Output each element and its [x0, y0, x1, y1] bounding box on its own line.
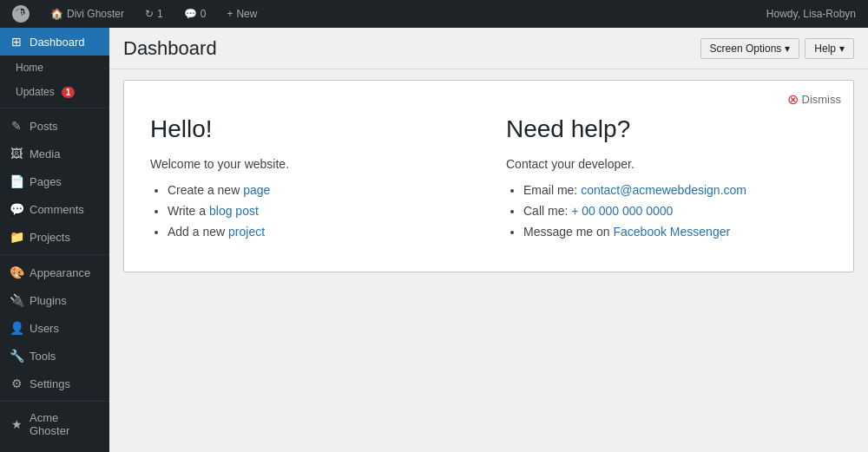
page-title: Dashboard — [123, 37, 217, 60]
sidebar-label-appearance: Appearance — [30, 266, 90, 279]
sidebar-label-plugins: Plugins — [30, 294, 67, 307]
sidebar-item-acme-ghoster[interactable]: ★ Acme Ghoster — [0, 405, 109, 443]
sidebar-label-posts: Posts — [30, 120, 58, 133]
sidebar-item-acme[interactable]: ◎ Acme — [0, 443, 109, 452]
welcome-text: Welcome to your website. — [150, 157, 471, 171]
comment-icon: 💬 — [184, 8, 197, 20]
help-chevron-icon: ▾ — [839, 43, 845, 55]
sidebar-label-acme-ghoster: Acme Ghoster — [30, 411, 101, 437]
list-item: Call me: + 00 000 000 0000 — [523, 204, 827, 218]
sidebar-item-posts[interactable]: ✎ Posts — [0, 112, 109, 140]
sidebar-updates-label: Updates — [16, 86, 55, 98]
screen-options-button[interactable]: Screen Options ▾ — [700, 38, 800, 59]
help-list: Email me: contact@acmewebdesign.com Call… — [506, 183, 827, 239]
contact-text: Contact your developer. — [506, 157, 827, 171]
sidebar-item-users[interactable]: 👤 Users — [0, 314, 109, 342]
dismiss-label: Dismiss — [802, 93, 842, 106]
sidebar-label-media: Media — [30, 147, 60, 160]
sidebar-label-settings: Settings — [30, 377, 70, 390]
page-header: Dashboard Screen Options ▾ Help ▾ — [109, 28, 868, 69]
sidebar-item-home[interactable]: Home — [0, 56, 109, 80]
acme-ghoster-icon: ★ — [9, 416, 24, 432]
users-icon: 👤 — [9, 320, 24, 336]
comments-item[interactable]: 💬 0 — [179, 0, 212, 28]
welcome-content: Hello! Welcome to your website. Create a… — [150, 98, 827, 246]
sidebar-item-updates[interactable]: Updates 1 — [0, 80, 109, 104]
list-item: Create a new page — [168, 183, 471, 197]
page-content: ⊗ Dismiss Hello! Welcome to your website… — [109, 69, 868, 452]
page-link[interactable]: page — [243, 183, 270, 197]
pages-icon: 📄 — [9, 174, 24, 189]
list-item: Email me: contact@acmewebdesign.com — [523, 183, 827, 197]
sidebar-divider-2 — [0, 254, 109, 255]
sidebar-item-pages[interactable]: 📄 Pages — [0, 167, 109, 195]
dismiss-x-icon: ⊗ — [787, 91, 799, 108]
hello-heading: Hello! — [150, 115, 471, 143]
sidebar-item-appearance[interactable]: 🎨 Appearance — [0, 259, 109, 286]
sidebar-item-plugins[interactable]: 🔌 Plugins — [0, 286, 109, 314]
welcome-panel: ⊗ Dismiss Hello! Welcome to your website… — [123, 80, 854, 272]
main-content: Dashboard Screen Options ▾ Help ▾ ⊗ Dism… — [109, 28, 868, 452]
sidebar-label-pages: Pages — [30, 175, 62, 188]
dismiss-button[interactable]: ⊗ Dismiss — [787, 91, 842, 108]
phone-link[interactable]: + 00 000 000 0000 — [571, 204, 673, 218]
email-prefix: Email me: — [523, 183, 581, 197]
updates-item[interactable]: ↻ 1 — [140, 0, 168, 28]
plugins-icon: 🔌 — [9, 292, 24, 308]
appearance-icon: 🎨 — [9, 265, 24, 280]
wp-logo-item[interactable] — [7, 0, 35, 28]
call-prefix: Call me: — [523, 204, 571, 218]
sidebar-item-tools[interactable]: 🔧 Tools — [0, 342, 109, 370]
list-item: Write a blog post — [168, 204, 471, 218]
new-label: New — [236, 8, 257, 20]
welcome-left-col: Hello! Welcome to your website. Create a… — [150, 115, 471, 246]
posts-icon: ✎ — [9, 118, 24, 134]
help-heading: Need help? — [506, 115, 827, 143]
message-prefix: Message me on — [523, 225, 614, 239]
help-button[interactable]: Help ▾ — [805, 38, 854, 59]
sidebar-label-tools: Tools — [30, 350, 56, 363]
sidebar: ⊞ Dashboard Home Updates 1 ✎ Posts 🖼 Med… — [0, 28, 109, 452]
sidebar-item-settings[interactable]: ⚙ Settings — [0, 370, 109, 397]
blog-post-link[interactable]: blog post — [209, 204, 259, 218]
comments-count: 0 — [201, 8, 207, 20]
list-item: Add a new project — [168, 225, 471, 239]
sidebar-divider-1 — [0, 108, 109, 108]
list-item: Message me on Facebook Messenger — [523, 225, 827, 239]
facebook-link[interactable]: Facebook Messenger — [614, 225, 731, 239]
updates-badge: 1 — [62, 87, 76, 98]
screen-options-label: Screen Options — [710, 43, 782, 55]
sidebar-home-label: Home — [16, 62, 43, 74]
sidebar-item-dashboard[interactable]: ⊞ Dashboard — [0, 28, 109, 56]
plus-icon: + — [227, 8, 233, 20]
email-link[interactable]: contact@acmewebdesign.com — [581, 183, 746, 197]
user-greeting[interactable]: Howdy, Lisa-Robyn — [761, 0, 861, 28]
sidebar-item-label-dashboard: Dashboard — [30, 36, 85, 49]
new-item[interactable]: + New — [221, 0, 262, 28]
sidebar-label-comments: Comments — [30, 203, 84, 216]
sidebar-item-comments[interactable]: 💬 Comments — [0, 195, 109, 223]
settings-icon: ⚙ — [9, 376, 24, 391]
tools-icon: 🔧 — [9, 348, 24, 364]
welcome-right-col: Need help? Contact your developer. Email… — [506, 115, 827, 246]
sidebar-item-media[interactable]: 🖼 Media — [0, 140, 109, 167]
welcome-list: Create a new page Write a blog post Add … — [150, 183, 471, 239]
sidebar-item-projects[interactable]: 📁 Projects — [0, 223, 109, 251]
sidebar-divider-3 — [0, 401, 109, 402]
list-item-prefix-2: Write a — [168, 204, 209, 218]
refresh-icon: ↻ — [145, 8, 154, 20]
wp-logo-icon — [12, 5, 30, 23]
dashboard-icon: ⊞ — [9, 34, 24, 49]
updates-count: 1 — [157, 8, 163, 20]
help-label: Help — [814, 43, 836, 55]
site-name-item[interactable]: 🏠 Divi Ghoster — [45, 0, 129, 28]
site-name-label: Divi Ghoster — [67, 8, 124, 20]
media-icon: 🖼 — [9, 146, 24, 161]
sidebar-label-projects: Projects — [30, 231, 70, 244]
list-item-prefix-3: Add a new — [168, 225, 228, 239]
project-link[interactable]: project — [228, 225, 265, 239]
comments-icon: 💬 — [9, 201, 24, 217]
sidebar-label-users: Users — [30, 322, 59, 335]
screen-options-chevron-icon: ▾ — [785, 43, 790, 55]
admin-bar: 🏠 Divi Ghoster ↻ 1 💬 0 + New Howdy, Lisa… — [0, 0, 868, 28]
